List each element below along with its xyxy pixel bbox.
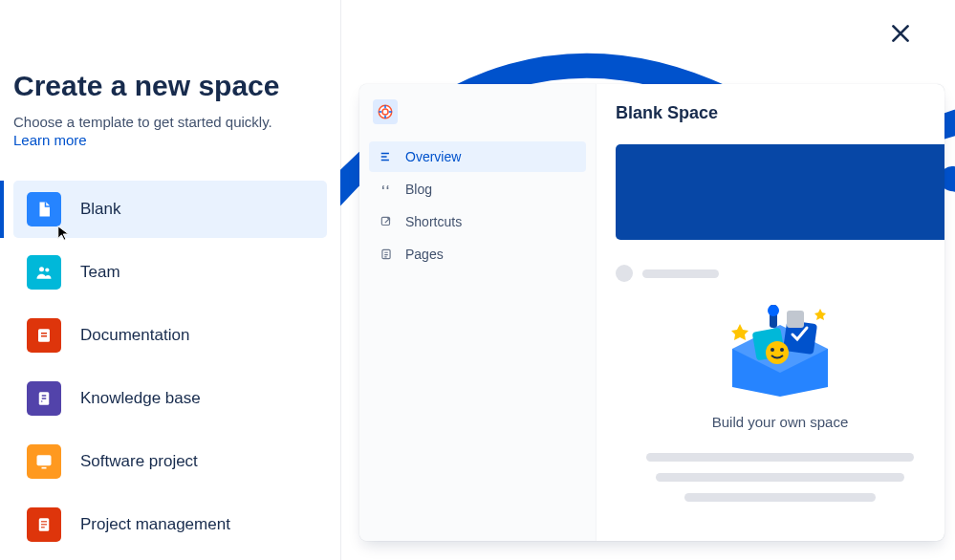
preview-sidebar: Overview Blog Shortcuts	[359, 84, 597, 541]
svg-point-22	[771, 348, 774, 352]
template-software-project[interactable]: Software project	[13, 433, 327, 490]
nav-label: Pages	[405, 247, 444, 262]
page-title: Create a new space	[13, 70, 327, 102]
svg-rect-7	[42, 398, 47, 399]
nav-pages[interactable]: Pages	[369, 239, 586, 269]
template-label: Project management	[80, 515, 230, 534]
close-button[interactable]	[888, 21, 915, 48]
nav-label: Shortcuts	[405, 214, 462, 229]
template-label: Knowledge base	[80, 389, 201, 408]
page-subtitle: Choose a template to get started quickly…	[13, 114, 327, 130]
template-label: Team	[80, 263, 120, 282]
clipboard-icon	[27, 507, 61, 542]
monitor-icon	[27, 444, 61, 479]
svg-rect-10	[42, 467, 47, 469]
template-list: Blank Team Documentation Knowledge base	[13, 181, 327, 553]
svg-point-8	[41, 400, 43, 402]
svg-point-0	[39, 267, 44, 271]
document-icon	[27, 318, 61, 353]
quote-icon	[379, 183, 394, 196]
nav-label: Blog	[405, 182, 432, 197]
page-icon	[379, 248, 394, 261]
preview-illustration	[616, 301, 944, 397]
template-label: Blank	[80, 200, 121, 219]
svg-rect-12	[41, 521, 47, 522]
overview-icon	[379, 150, 394, 163]
text-placeholder	[646, 453, 914, 462]
nav-blog[interactable]: Blog	[369, 174, 586, 205]
template-blank[interactable]: Blank	[13, 181, 327, 238]
svg-point-23	[780, 348, 784, 352]
avatar-placeholder	[616, 265, 633, 282]
template-label: Software project	[80, 452, 198, 471]
svg-rect-6	[42, 395, 47, 397]
shortcut-icon	[379, 215, 394, 228]
people-icon	[27, 255, 61, 290]
preview-title: Blank Space	[616, 103, 944, 123]
preview-meta	[616, 265, 944, 282]
nav-shortcuts[interactable]: Shortcuts	[369, 206, 586, 237]
template-project-management[interactable]: Project management	[13, 496, 327, 553]
text-placeholder	[684, 493, 876, 502]
learn-more-link[interactable]: Learn more	[13, 132, 87, 148]
svg-point-16	[382, 109, 388, 115]
nav-overview[interactable]: Overview	[369, 141, 586, 172]
svg-rect-24	[787, 311, 804, 328]
svg-rect-13	[41, 524, 47, 525]
template-label: Documentation	[80, 326, 189, 345]
lifebuoy-icon	[373, 99, 398, 124]
svg-point-1	[45, 268, 49, 271]
preview-hero-banner	[616, 144, 944, 240]
svg-point-21	[766, 341, 789, 364]
svg-rect-9	[37, 455, 52, 465]
text-placeholder	[656, 473, 904, 482]
svg-rect-4	[41, 335, 47, 337]
book-icon	[27, 381, 61, 416]
svg-rect-14	[41, 527, 45, 528]
preview-card: Overview Blog Shortcuts	[359, 84, 944, 541]
svg-rect-3	[41, 333, 47, 334]
svg-point-26	[768, 305, 779, 316]
page-icon	[27, 192, 61, 226]
template-team[interactable]: Team	[13, 244, 327, 301]
template-documentation[interactable]: Documentation	[13, 307, 327, 364]
template-knowledge-base[interactable]: Knowledge base	[13, 370, 327, 427]
preview-content: Blank Space	[597, 84, 944, 541]
preview-caption: Build your own space	[616, 414, 944, 430]
nav-label: Overview	[405, 149, 461, 164]
text-placeholder	[642, 269, 719, 278]
